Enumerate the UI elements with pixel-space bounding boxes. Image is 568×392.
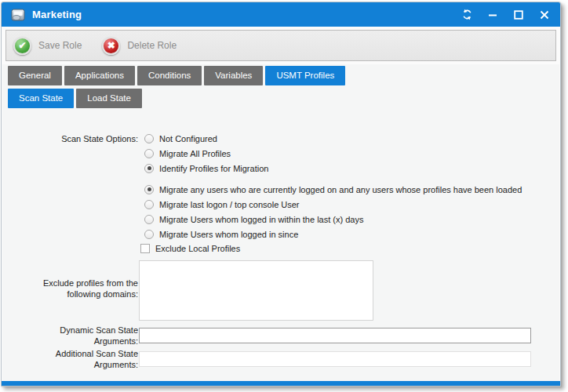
save-check-icon: ✔	[13, 37, 31, 55]
dynamic-scan-state-arguments-input[interactable]	[139, 328, 531, 343]
dynamic-scan-state-arguments-label: Dynamic Scan State Arguments:	[44, 325, 138, 347]
delete-role-label: Delete Role	[127, 40, 177, 51]
radio-migrate-logged-on-users[interactable]: Migrate any users who are currently logg…	[144, 182, 522, 197]
window-footer-strip	[2, 381, 560, 386]
tab-usmt-profiles[interactable]: USMT Profiles	[265, 66, 345, 85]
close-icon[interactable]	[538, 9, 551, 21]
delete-role-button[interactable]: ✖ Delete Role	[102, 37, 177, 55]
radio-migrate-last-x-days[interactable]: Migrate Users whom logged in within the …	[144, 212, 522, 227]
additional-scan-state-arguments-input[interactable]	[139, 351, 531, 367]
toolbar: ✔ Save Role ✖ Delete Role	[5, 30, 556, 61]
radio-icon	[144, 200, 154, 209]
radio-migrate-last-logon[interactable]: Migrate last logon / top console User	[144, 197, 522, 212]
radio-icon	[144, 134, 154, 143]
minimize-icon[interactable]	[486, 9, 499, 21]
titlebar: Marketing	[2, 2, 560, 27]
delete-x-icon: ✖	[102, 37, 120, 55]
radio-migrate-all-profiles[interactable]: Migrate All Profiles	[144, 146, 268, 161]
dialog-window: Marketing	[1, 2, 561, 387]
save-role-label: Save Role	[38, 40, 82, 51]
radio-label: Migrate any users who are currently logg…	[159, 185, 522, 194]
radio-icon	[144, 230, 154, 239]
app-icon	[10, 7, 26, 23]
radio-not-configured[interactable]: Not Configured	[144, 131, 268, 146]
radio-label: Identify Profiles for Migration	[159, 164, 268, 173]
tab-applications[interactable]: Applications	[64, 66, 135, 85]
radio-label: Migrate All Profiles	[159, 149, 231, 158]
tab-variables[interactable]: Variables	[204, 66, 263, 85]
exclude-domains-label: Exclude profiles from the following doma…	[28, 278, 138, 299]
tab-conditions[interactable]: Conditions	[137, 66, 202, 85]
sub-tabs: Scan State Load State	[8, 89, 142, 108]
exclude-domains-textarea[interactable]	[139, 260, 373, 321]
radio-icon	[144, 164, 154, 173]
radio-label: Migrate Users whom logged in within the …	[159, 215, 363, 224]
maximize-icon[interactable]	[512, 9, 525, 21]
tab-scan-state[interactable]: Scan State	[8, 89, 74, 108]
checkbox-label: Exclude Local Profiles	[155, 244, 240, 253]
window-controls	[461, 9, 551, 21]
radio-label: Not Configured	[159, 134, 217, 143]
main-tabs: General Applications Conditions Variable…	[8, 66, 345, 85]
radio-identify-profiles[interactable]: Identify Profiles for Migration	[144, 161, 268, 176]
window-title: Marketing	[32, 9, 82, 20]
radio-label: Migrate last logon / top console User	[159, 200, 300, 209]
scan-option-group-1: Not Configured Migrate All Profiles Iden…	[144, 131, 268, 176]
additional-scan-state-arguments-label: Additional Scan State Arguments:	[41, 348, 138, 370]
refresh-icon[interactable]	[461, 9, 473, 21]
save-role-button[interactable]: ✔ Save Role	[13, 37, 82, 55]
exclude-local-profiles-checkbox[interactable]: Exclude Local Profiles	[140, 241, 240, 256]
tab-load-state[interactable]: Load State	[76, 89, 142, 108]
radio-icon	[144, 185, 154, 194]
radio-label: Migrate Users whom logged in since	[159, 230, 298, 239]
tab-general[interactable]: General	[8, 66, 62, 85]
scan-state-options-label: Scan State Options:	[2, 133, 138, 144]
radio-migrate-since[interactable]: Migrate Users whom logged in since	[144, 227, 522, 241]
exclude-local-profiles-row: Exclude Local Profiles	[140, 241, 240, 256]
radio-icon	[144, 149, 154, 158]
radio-icon	[144, 215, 154, 224]
checkbox-icon	[140, 244, 150, 253]
scan-option-group-2: Migrate any users who are currently logg…	[144, 182, 522, 241]
